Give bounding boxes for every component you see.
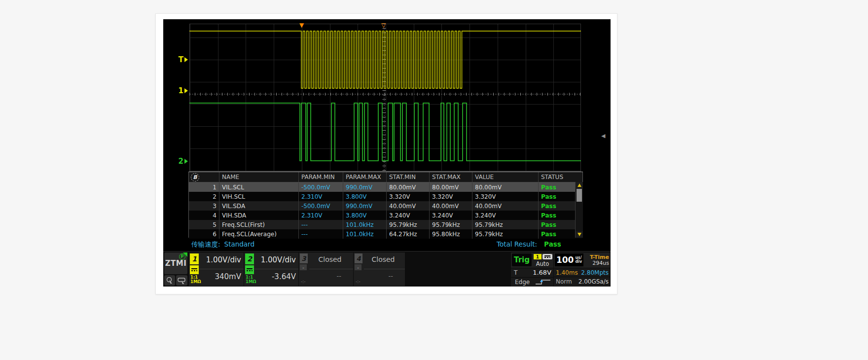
row-param-max: 990.0mV [343, 201, 387, 211]
timebase-scale-box[interactable]: 100 us/ div [555, 253, 583, 266]
trigger-source-badge[interactable]: 1 [534, 254, 542, 259]
memory-depth: 2.80Mpts [581, 269, 609, 276]
channel2-probe-info: 1:1 1MΩ [246, 275, 256, 284]
channel1-scale: 1.00V/div [206, 255, 241, 264]
trigger-level-marker[interactable]: T [173, 56, 188, 64]
col-stat-max: STAT.MAX [430, 172, 472, 182]
row-param-min: -500.0mV [299, 182, 343, 192]
trigger-delay-marker-icon[interactable]: ▼ [299, 22, 304, 28]
row-index: 1 [189, 182, 219, 192]
trigger-coupling-icon[interactable] [542, 254, 552, 259]
trigger-title[interactable]: Trig [512, 253, 532, 266]
channel1-dc-coupling-icon[interactable] [190, 265, 199, 274]
brand-logo[interactable]: ZTMI P [164, 252, 187, 274]
row-value: 95.79kHz [472, 220, 539, 229]
trigger-panel[interactable]: Trig 1 Auto T 1.68V Edge [511, 252, 553, 286]
row-stat-max: 80.00mV [430, 182, 472, 192]
channel2-offset: -3.64V [272, 272, 296, 281]
panel-collapse-handle[interactable]: ◀ [601, 133, 605, 139]
channel3-offset: -- [337, 272, 341, 280]
trigger-mode[interactable]: Auto [533, 260, 552, 267]
total-result-label: Total Result: [497, 240, 537, 248]
channel2-position-marker[interactable]: 2 [173, 157, 188, 165]
scrollbar-down-button[interactable] [576, 231, 583, 238]
channel4-badge[interactable]: 4 [355, 253, 362, 263]
timebase-panel[interactable]: 100 us/ div T-Time 294us 1.40ms 2.80Mpts… [554, 252, 610, 286]
row-stat-max: 40.00mV [430, 201, 472, 211]
row-name: VIL.SDA [219, 201, 299, 211]
divider [364, 269, 405, 269]
drag-gesture-button[interactable] [176, 275, 187, 286]
row-stat-max: 3.320V [430, 192, 472, 201]
channel4-panel[interactable]: 4 - Closed -- -:- [354, 252, 405, 286]
trigger-level-value: 1.68V [533, 269, 551, 276]
row-stat-min: 3.320V [387, 192, 430, 201]
scrollbar-thumb[interactable] [577, 189, 582, 202]
row-stat-min: 95.79kHz [387, 220, 430, 229]
touch-icon [166, 277, 174, 285]
trigger-type-row[interactable]: Edge [511, 277, 553, 287]
row-name: VIH.SDA [219, 211, 299, 220]
timebase-scale: 100 [556, 255, 574, 265]
channel3-state: Closed [311, 255, 349, 263]
table-row[interactable]: 6 Freq.SCL(Average) --- 101.0kHz 64.27kH… [189, 229, 582, 239]
sample-rate: 2.00GSa/s [579, 278, 609, 285]
trigger-type: Edge [515, 279, 530, 286]
row-name: Freq.SCL(Average) [219, 229, 299, 239]
trigger-level-label: T [179, 55, 183, 64]
row-name: Freq.SCL(First) [219, 220, 299, 229]
right-arrow-icon [184, 57, 188, 62]
table-body: 1 VIL.SCL -500.0mV 990.0mV 80.00mV 80.00… [189, 182, 582, 239]
capture-time: 1.40ms [556, 269, 578, 276]
touch-gesture-button[interactable] [164, 275, 175, 286]
trigger-position-marker-icon[interactable]: ▽ [381, 22, 386, 28]
row-param-min: --- [299, 220, 343, 229]
channel3-panel[interactable]: 3 - Closed -- -:- [299, 252, 353, 286]
channel3-badge[interactable]: 3 [300, 253, 308, 263]
col-param-max: PARAM.MAX [343, 172, 387, 182]
channel4-state: Closed [365, 255, 401, 263]
channel2-dc-coupling-icon[interactable] [245, 265, 254, 274]
acq-mode: Norm [556, 278, 572, 285]
oscilloscope-screen: ▼ ▽ T 1 2 B NAME [163, 19, 611, 287]
channel1-offset: 340mV [215, 272, 241, 281]
channel4-coupling-placeholder: - [355, 264, 362, 270]
channel2-marker-label: 2 [179, 157, 183, 166]
bus-measure-icon[interactable]: B [191, 173, 199, 181]
row-param-min: 2.310V [299, 211, 343, 220]
acquisition-row2: Norm 2.00GSa/s [554, 277, 610, 286]
row-stat-min: 40.00mV [387, 201, 430, 211]
acquisition-row1: 1.40ms 2.80Mpts [554, 268, 610, 277]
table-row[interactable]: 1 VIL.SCL -500.0mV 990.0mV 80.00mV 80.00… [189, 182, 582, 192]
table-scrollbar[interactable] [575, 182, 583, 238]
timebase-unit: us/ div [575, 256, 582, 264]
total-result-value: Pass [544, 240, 561, 248]
channel1-position-marker[interactable]: 1 [173, 87, 188, 95]
table-row[interactable]: 3 VIL.SDA -500.0mV 990.0mV 40.00mV 40.00… [189, 201, 582, 211]
channel4-probe-info: -:- [356, 279, 361, 284]
status-bar: ZTMI P 1 [163, 251, 611, 287]
row-stat-min: 3.240V [387, 211, 430, 220]
row-value: 95.79kHz [472, 229, 539, 239]
table-row[interactable]: 2 VIH.SCL 2.310V 3.800V 3.320V 3.320V 3.… [189, 192, 582, 201]
trigger-level-row[interactable]: T 1.68V [511, 268, 553, 277]
trigger-level-row-label: T [514, 269, 517, 276]
t-time-value: 294us [584, 260, 609, 266]
divider [254, 269, 298, 269]
transfer-speed-value: Standard [224, 240, 254, 249]
channel1-badge[interactable]: 1 [190, 253, 199, 264]
row-stat-min: 80.00mV [387, 182, 430, 192]
channel1-marker-label: 1 [179, 86, 183, 95]
row-index: 5 [189, 220, 219, 229]
down-arrow-icon [578, 233, 581, 236]
channel1-probe-info: 1:1 1MΩ [190, 275, 201, 284]
channel1-panel[interactable]: 1 1.00V/div 340mV 1:1 1MΩ [189, 252, 244, 286]
drag-icon [178, 277, 186, 285]
row-stat-min: 64.27kHz [387, 229, 430, 239]
channel2-badge[interactable]: 2 [245, 253, 254, 264]
table-row[interactable]: 4 VIH.SDA 2.310V 3.800V 3.240V 3.240V 3.… [189, 211, 582, 220]
scrollbar-up-button[interactable] [576, 182, 583, 188]
table-header-row: B NAME PARAM.MIN PARAM.MAX STAT.MIN STAT… [189, 172, 582, 182]
channel2-panel[interactable]: 2 1.00V/div -3.64V 1:1 1MΩ [244, 252, 298, 286]
table-row[interactable]: 5 Freq.SCL(First) --- 101.0kHz 95.79kHz … [189, 220, 582, 229]
